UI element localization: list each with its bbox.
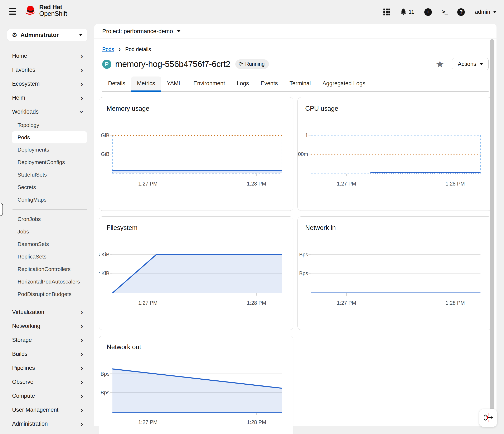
chevron-right-icon: › — [81, 364, 83, 372]
tab-terminal[interactable]: Terminal — [284, 77, 317, 91]
chart-title: Network out — [99, 336, 293, 351]
favorite-star-icon[interactable]: ★ — [436, 59, 444, 69]
help-icon[interactable]: ? — [457, 8, 465, 16]
metrics-dashboard: Memory usage 2 GiB 1 GiB 1:27 PM 1:28 PM — [94, 92, 496, 434]
vertical-scrollbar[interactable] — [490, 39, 495, 424]
chart-title: Filesystem — [99, 217, 293, 232]
sidebar-item-configmaps[interactable]: ConfigMaps — [0, 193, 94, 206]
sidebar-item-replicasets[interactable]: ReplicaSets — [0, 251, 94, 263]
x-tick-label: 1:28 PM — [247, 419, 266, 425]
chevron-right-icon: › — [81, 67, 83, 74]
notifications-button[interactable]: 11 — [400, 8, 414, 16]
sidebar-item-home[interactable]: Home› — [0, 49, 94, 63]
sidebar-item-topology[interactable]: Topology — [0, 119, 94, 131]
sidebar-item-deploymentconfigs[interactable]: DeploymentConfigs — [0, 156, 94, 168]
cogs-icon: ⚙ — [12, 32, 17, 38]
tab-yaml[interactable]: YAML — [161, 77, 188, 91]
x-tick-label: 1:27 PM — [138, 419, 158, 425]
username: admin — [475, 9, 490, 15]
sidebar-item-deployments[interactable]: Deployments — [0, 143, 94, 156]
sidebar-item-cronjobs[interactable]: CronJobs — [0, 213, 94, 226]
brand-name-openshift: OpenShift — [39, 10, 67, 17]
filesystem-card: Filesystem 4 KiB 2 KiB 1:27 PM 1:28 PM — [99, 216, 293, 330]
sidebar-item-jobs[interactable]: Jobs — [0, 226, 94, 238]
x-tick-label: 1:27 PM — [138, 300, 158, 306]
masthead-toolbar: 11 + >_ ? admin — [383, 0, 496, 24]
chevron-right-icon: › — [81, 322, 83, 330]
breadcrumb-current: Pod details — [125, 46, 151, 52]
chart-title: Network in — [298, 217, 492, 232]
tab-details[interactable]: Details — [102, 77, 131, 91]
tab-aggregated-logs[interactable]: Aggregated Logs — [317, 77, 371, 91]
chevron-right-icon: › — [81, 52, 83, 60]
breadcrumb-link-pods[interactable]: Pods — [102, 46, 114, 52]
x-tick-label: 1:27 PM — [138, 181, 158, 187]
chevron-right-icon: › — [81, 420, 83, 427]
project-selector[interactable]: Project: performance-demo — [94, 24, 496, 39]
network-in-chart: 1 Bps 0.5 Bps 1:27 PM 1:28 PM — [298, 240, 492, 329]
sidebar-item-compute[interactable]: Compute› — [0, 389, 94, 403]
chevron-right-icon: › — [81, 406, 83, 413]
sidebar-item-secrets[interactable]: Secrets — [0, 181, 94, 193]
tab-environment[interactable]: Environment — [188, 77, 231, 91]
y-tick-label: 0.5 Bps — [298, 270, 308, 276]
cpu-usage-card: CPU usage 1 500m 1:27 PM 1:28 PM — [297, 97, 492, 211]
y-tick-label: 500m — [298, 151, 308, 157]
x-tick-label: 1:27 PM — [337, 300, 356, 306]
status-badge: ⟳ Running — [235, 59, 269, 69]
app-launcher-icon[interactable] — [383, 9, 390, 15]
sidebar-item-pipelines[interactable]: Pipelines› — [0, 361, 94, 375]
user-menu[interactable]: admin — [475, 9, 496, 15]
main-content: Project: performance-demo Pods › Pod det… — [94, 24, 496, 426]
brand-name-redhat: Red Hat — [39, 4, 67, 10]
sidebar-item-statefulsets[interactable]: StatefulSets — [0, 168, 94, 181]
sidebar-item-poddisruptionbudgets[interactable]: PodDisruptionBudgets — [0, 288, 94, 301]
y-tick-label: 2 Bps — [99, 371, 109, 377]
side-drawer-handle[interactable] — [0, 203, 3, 216]
nav-toggle-hamburger-icon[interactable] — [9, 8, 16, 15]
filesystem-chart: 4 KiB 2 KiB 1:27 PM 1:28 PM — [99, 240, 293, 329]
pod-resource-icon: P — [102, 60, 111, 69]
x-tick-label: 1:28 PM — [247, 300, 266, 306]
sidebar-item-horizontalpodautoscalers[interactable]: HorizontalPodAutoscalers — [0, 276, 94, 288]
chevron-down-icon — [177, 30, 180, 32]
sidebar-item-networking[interactable]: Networking› — [0, 319, 94, 333]
perspective-switcher[interactable]: ⚙ Administrator — [7, 29, 87, 41]
lightspeed-assistant-button[interactable] — [479, 409, 497, 427]
bell-icon — [400, 8, 406, 16]
notification-count: 11 — [409, 9, 414, 15]
sidebar-item-storage[interactable]: Storage› — [0, 333, 94, 347]
status-text: Running — [245, 61, 265, 67]
sidebar-item-user-management[interactable]: User Management› — [0, 403, 94, 417]
masthead: Red Hat OpenShift 11 + >_ ? admin — [0, 0, 504, 24]
sidebar-item-observe[interactable]: Observe› — [0, 375, 94, 389]
network-in-card: Network in 1 Bps 0.5 Bps 1:27 PM 1:28 PM — [297, 216, 492, 330]
chevron-right-icon: › — [81, 378, 83, 385]
sidebar-item-favorites[interactable]: Favorites› — [0, 63, 94, 77]
sidebar-item-builds[interactable]: Builds› — [0, 347, 94, 361]
sidebar-item-virtualization[interactable]: Virtualization› — [0, 305, 94, 319]
sidebar-item-helm[interactable]: Helm› — [0, 91, 94, 105]
sidebar-item-daemonsets[interactable]: DaemonSets — [0, 238, 94, 251]
brand-logo: Red Hat OpenShift — [23, 4, 67, 17]
chart-title: Memory usage — [99, 97, 293, 112]
actions-button[interactable]: Actions — [452, 58, 489, 70]
y-tick-label: 1 Bps — [298, 252, 308, 257]
tab-events[interactable]: Events — [255, 77, 284, 91]
sidebar-item-administration[interactable]: Administration› — [0, 417, 94, 431]
chevron-right-icon: › — [81, 309, 83, 316]
x-tick-label: 1:28 PM — [445, 181, 465, 187]
web-terminal-icon[interactable]: >_ — [442, 9, 448, 15]
sidebar-item-workloads[interactable]: Workloads› — [0, 105, 94, 119]
sidebar-item-pods[interactable]: Pods — [12, 131, 87, 143]
tab-logs[interactable]: Logs — [231, 77, 255, 91]
tab-metrics[interactable]: Metrics — [131, 77, 161, 91]
sidebar-item-replicationcontrollers[interactable]: ReplicationControllers — [0, 263, 94, 276]
sidebar-item-ecosystem[interactable]: Ecosystem› — [0, 77, 94, 91]
project-selector-label: Project: performance-demo — [102, 28, 173, 35]
chevron-down-icon — [493, 11, 496, 13]
chevron-right-icon: › — [81, 95, 83, 102]
y-tick-label: 1 — [305, 132, 308, 138]
sidebar-nav: ⚙ Administrator Home› Favorites› Ecosyst… — [0, 24, 94, 434]
quick-create-plus-icon[interactable]: + — [424, 8, 432, 16]
